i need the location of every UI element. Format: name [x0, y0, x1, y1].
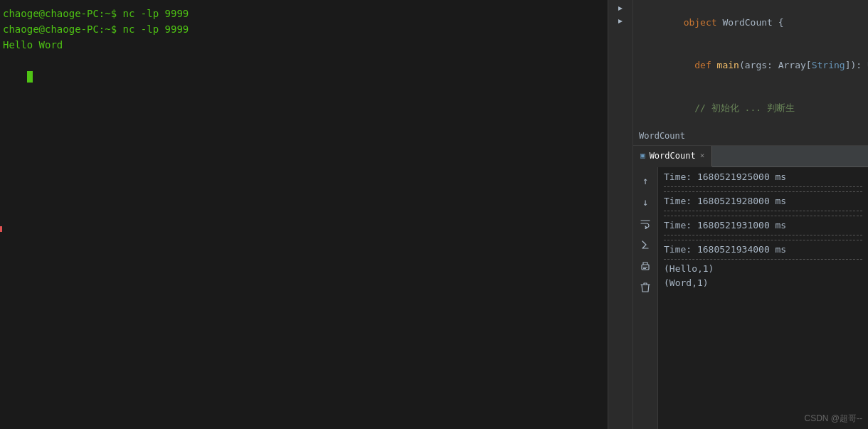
red-indicator — [0, 226, 2, 232]
terminal-cursor — [27, 71, 33, 83]
output-section: ↑ ↓ — [633, 167, 868, 429]
output-divider-2a — [664, 211, 862, 211]
output-divider-1b — [664, 191, 862, 192]
code-params: (args: Array[ — [739, 60, 812, 70]
code-comment: // 初始化 ... 判断生 — [694, 102, 795, 113]
code-type-string: String — [812, 60, 845, 70]
output-result-word: (Word,1) — [664, 276, 862, 290]
output-result-hello: (Hello,1) — [664, 262, 862, 276]
breadcrumb: WordCount — [639, 129, 864, 142]
code-snippet-area: object WordCount { def main(args: Array[… — [633, 0, 868, 146]
code-brace-open: { — [778, 17, 784, 28]
code-params-end: ]): U — [845, 60, 868, 70]
code-line-2: def main(args: Array[String]): U — [639, 44, 864, 87]
output-content: Time: 1680521925000 ms Time: 16805219280… — [658, 167, 868, 429]
tab-wordcount[interactable]: ▣ WordCount × — [633, 146, 712, 167]
csdn-watermark: CSDN @超哥-- — [804, 411, 862, 425]
code-name-wordcount: WordCount — [722, 17, 778, 28]
gutter-arrow-1[interactable] — [615, 3, 626, 14]
svg-rect-3 — [643, 267, 647, 268]
output-divider-1a — [664, 186, 862, 187]
output-divider-2b — [664, 216, 862, 216]
output-time-2: Time: 1680521928000 ms — [664, 194, 862, 208]
output-divider-3b — [664, 240, 862, 240]
code-method-main: main — [717, 60, 739, 70]
terminal-line-2: chaoge@chaoge-PC:~$ nc -lp 9999 — [3, 21, 605, 37]
code-and-output: object WordCount { def main(args: Array[… — [633, 0, 868, 429]
output-time-4: Time: 1680521934000 ms — [664, 243, 862, 257]
output-entry-3: Time: 1680521931000 ms — [664, 218, 862, 243]
gutter-sidebar — [608, 0, 633, 429]
code-keyword-object: object — [684, 17, 723, 28]
code-line-3: // 初始化 ... 判断生 — [639, 87, 864, 129]
terminal-cursor-line — [3, 53, 605, 100]
tab-bar: ▣ WordCount × — [633, 146, 868, 167]
gutter-arrow-2[interactable] — [615, 16, 626, 27]
scroll-up-button[interactable]: ↑ — [637, 173, 653, 189]
output-time-1: Time: 1680521925000 ms — [664, 170, 862, 184]
code-indent2 — [684, 102, 695, 113]
output-time-3: Time: 1680521931000 ms — [664, 218, 862, 233]
right-panel: object WordCount { def main(args: Array[… — [608, 0, 868, 429]
scroll-end-button[interactable] — [637, 237, 653, 253]
tab-file-icon: ▣ — [640, 151, 645, 160]
watermark-text: CSDN @超哥-- — [804, 413, 862, 423]
wrap-text-button[interactable] — [637, 216, 653, 231]
code-keyword-def: def — [694, 60, 716, 70]
svg-marker-0 — [618, 6, 623, 11]
scroll-down-button[interactable]: ↓ — [637, 194, 653, 210]
print-button[interactable] — [637, 258, 653, 274]
output-entry-1: Time: 1680521925000 ms — [664, 170, 862, 194]
output-divider-3a — [664, 235, 862, 235]
tab-label: WordCount — [650, 151, 696, 161]
terminal-output: Hello Word — [3, 37, 605, 53]
code-indent — [684, 60, 695, 70]
output-entry-2: Time: 1680521928000 ms — [664, 194, 862, 218]
delete-button[interactable] — [637, 280, 653, 295]
output-divider-4a — [664, 259, 862, 260]
svg-rect-4 — [643, 268, 646, 269]
code-line-1: object WordCount { — [639, 1, 864, 44]
svg-marker-1 — [618, 19, 623, 23]
terminal-line-1: chaoge@chaoge-PC:~$ nc -lp 9999 — [3, 6, 605, 21]
terminal-panel: chaoge@chaoge-PC:~$ nc -lp 9999 chaoge@c… — [0, 0, 608, 429]
output-toolbar: ↑ ↓ — [633, 167, 658, 429]
tab-close-button[interactable]: × — [700, 152, 705, 159]
output-entry-4: Time: 1680521934000 ms (Hello,1) (Word,1… — [664, 243, 862, 290]
